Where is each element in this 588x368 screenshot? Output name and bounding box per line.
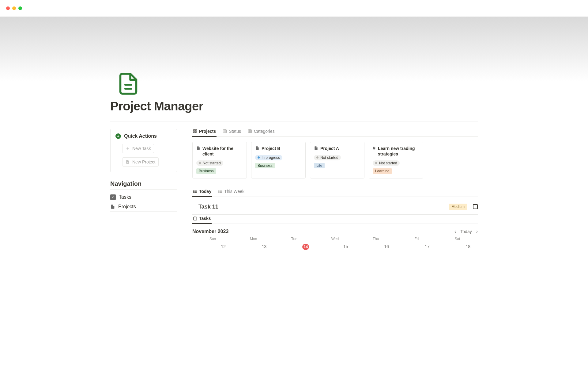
- svg-rect-8: [223, 130, 227, 133]
- project-status-badge: In progress: [255, 155, 282, 160]
- navigation-heading: Navigation: [110, 180, 177, 190]
- calendar-date-cell[interactable]: 12: [192, 244, 233, 251]
- svg-rect-7: [195, 132, 197, 133]
- calendar-view-tabs: Tasks: [192, 216, 478, 224]
- board-icon: [223, 129, 227, 133]
- svg-point-21: [194, 190, 194, 190]
- nav-item-tasks[interactable]: ✓ Tasks: [110, 193, 177, 202]
- nav-item-projects[interactable]: Projects: [110, 202, 177, 212]
- calendar-day-headers: SunMonTueWedThuFriSat: [192, 237, 478, 241]
- new-task-button[interactable]: New Task: [122, 144, 154, 153]
- svg-rect-5: [195, 130, 197, 131]
- tab-today[interactable]: Today: [192, 189, 212, 197]
- page-icon: [255, 146, 259, 151]
- project-status-badge: Not started: [314, 155, 341, 160]
- calendar-date-cell[interactable]: 15: [315, 244, 355, 251]
- calendar-day-header: Sun: [192, 237, 233, 241]
- project-card[interactable]: Website for the clientNot startedBusines…: [192, 142, 247, 178]
- svg-point-28: [219, 191, 219, 191]
- calendar-date-cell[interactable]: 17: [396, 244, 437, 251]
- window-minimize-button[interactable]: [12, 6, 16, 10]
- svg-marker-14: [199, 147, 200, 148]
- svg-point-23: [194, 192, 194, 193]
- calendar-date-cell[interactable]: 14: [274, 244, 315, 251]
- nav-projects-label: Projects: [118, 204, 136, 209]
- project-card[interactable]: Project BIn progressBusiness: [251, 142, 306, 178]
- project-title: Website for the client: [202, 146, 243, 157]
- calendar-month-label: November 2023: [192, 229, 228, 234]
- tab-this-week-label: This Week: [224, 189, 244, 194]
- calendar-header: November 2023 ‹ Today ›: [192, 229, 478, 234]
- plus-icon: [126, 146, 130, 151]
- calendar-prev-button[interactable]: ‹: [454, 229, 456, 234]
- quick-actions-heading: + Quick Actions: [115, 133, 172, 139]
- nav-tasks-label: Tasks: [119, 194, 131, 200]
- calendar-day-header: Fri: [396, 237, 437, 241]
- tab-calendar-tasks-label: Tasks: [199, 216, 211, 221]
- calendar-date-cell[interactable]: 18: [437, 244, 478, 251]
- project-status-badge: Not started: [196, 160, 223, 166]
- tab-today-label: Today: [199, 189, 211, 194]
- svg-rect-11: [248, 130, 252, 133]
- svg-rect-6: [194, 132, 195, 133]
- project-category-badge: Business: [196, 168, 216, 174]
- project-status-badge: Not started: [373, 160, 400, 166]
- calendar-date-cell[interactable]: 16: [356, 244, 396, 251]
- window-titlebar: [0, 0, 588, 17]
- plus-circle-icon: +: [115, 133, 121, 139]
- page-icon: [110, 204, 115, 209]
- board-icon: [248, 129, 252, 133]
- quick-actions-card: + Quick Actions New Task New Project: [110, 129, 177, 172]
- tab-calendar-tasks[interactable]: Tasks: [192, 216, 212, 224]
- window-zoom-button[interactable]: [18, 6, 22, 10]
- tab-this-week[interactable]: This Week: [217, 189, 245, 197]
- page-cover: [0, 17, 588, 81]
- svg-point-29: [219, 192, 219, 193]
- project-category-badge: Learning: [373, 168, 392, 174]
- calendar-today-marker: 14: [302, 244, 309, 250]
- project-card[interactable]: Project ANot startedLife: [310, 142, 364, 178]
- calendar-day-header: Thu: [356, 237, 396, 241]
- task-checkbox[interactable]: [473, 204, 478, 209]
- tab-projects-label: Projects: [199, 129, 216, 134]
- task-priority-badge: Medium: [449, 204, 467, 210]
- project-category-badge: Business: [255, 163, 275, 168]
- task-view-tabs: Today This Week: [192, 189, 478, 197]
- task-row[interactable]: Task 11 Medium: [192, 202, 478, 215]
- svg-marker-16: [316, 146, 318, 148]
- calendar-icon: [193, 216, 197, 220]
- project-title: Project B: [262, 146, 280, 151]
- calendar-today-button[interactable]: Today: [460, 229, 472, 234]
- list-icon: [193, 189, 197, 194]
- tab-projects[interactable]: Projects: [192, 129, 217, 137]
- project-view-tabs: Projects Status Categories: [192, 129, 478, 137]
- svg-point-22: [194, 191, 194, 191]
- svg-marker-17: [375, 147, 375, 148]
- tab-categories-label: Categories: [254, 129, 275, 134]
- page-plus-icon: [126, 159, 130, 164]
- svg-rect-30: [194, 217, 197, 220]
- project-card[interactable]: Learn new trading strategiesNot startedL…: [369, 142, 423, 178]
- page-title: Project Manager: [110, 99, 478, 113]
- new-project-button[interactable]: New Project: [122, 157, 159, 167]
- calendar-dates-row: 12131415161718: [192, 243, 478, 251]
- page-icon[interactable]: [116, 72, 140, 96]
- window-close-button[interactable]: [6, 6, 10, 10]
- project-title: Project A: [320, 146, 339, 151]
- svg-point-27: [219, 190, 219, 190]
- new-project-label: New Project: [132, 159, 155, 164]
- page-icon: [373, 146, 376, 151]
- tab-categories[interactable]: Categories: [247, 129, 275, 137]
- calendar-day-header: Wed: [315, 237, 355, 241]
- quick-actions-label: Quick Actions: [124, 133, 157, 139]
- tab-status[interactable]: Status: [222, 129, 242, 137]
- task-name: Task 11: [198, 204, 218, 210]
- calendar-day-header: Sat: [437, 237, 478, 241]
- calendar-day-header: Tue: [274, 237, 315, 241]
- tab-status-label: Status: [229, 129, 241, 134]
- page-icon: [196, 146, 200, 151]
- svg-rect-4: [194, 130, 195, 131]
- calendar-date-cell[interactable]: 13: [233, 244, 274, 251]
- list-icon: [218, 189, 222, 194]
- calendar-next-button[interactable]: ›: [476, 229, 478, 234]
